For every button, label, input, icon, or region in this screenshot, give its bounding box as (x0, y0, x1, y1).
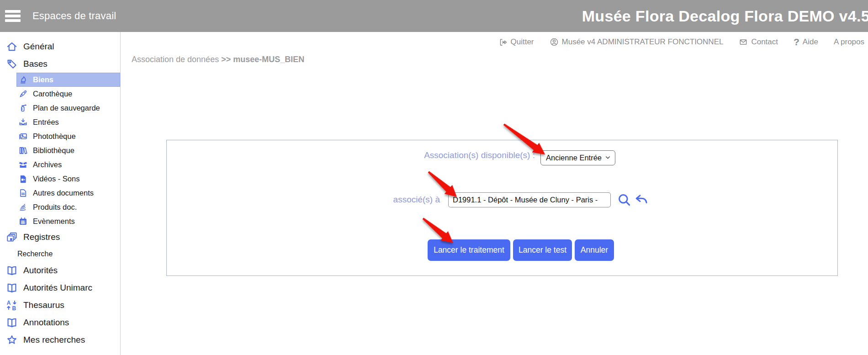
user-icon (550, 37, 559, 47)
help-button[interactable]: ? Aide (794, 37, 818, 48)
statue-icon (18, 75, 28, 85)
core-sample-icon (18, 89, 28, 99)
fire-extinguisher-icon (18, 103, 28, 113)
breadcrumb-separator: >> (221, 55, 231, 64)
sidebar-item-archives[interactable]: Archives (16, 158, 120, 172)
association-select[interactable]: Ancienne Entrée (540, 150, 615, 165)
sidebar-item-recherche[interactable]: Recherche (0, 246, 120, 262)
user-label: Musée v4 ADMINISTRATEUR FONCTIONNEL (562, 37, 724, 47)
sidebar-item-autorites[interactable]: Autorités (0, 262, 120, 279)
tag-icon (6, 58, 18, 70)
photo-icon (18, 132, 28, 141)
svg-text:A: A (7, 300, 11, 306)
launch-test-button[interactable]: Lancer le test (513, 239, 572, 261)
registers-icon (6, 231, 18, 243)
topbar: Espaces de travail Musée Flora Decalog F… (0, 0, 868, 32)
app-title: Musée Flora Decalog Flora DEMO v4.5 (582, 7, 868, 25)
sidebar-item-thesaurus[interactable]: A B Thesaurus (0, 297, 120, 314)
breadcrumb-section: Association de données (132, 55, 219, 64)
launch-treatment-button[interactable]: Lancer le traitement (428, 239, 510, 261)
inbox-download-icon (18, 117, 28, 127)
star-icon (6, 334, 18, 346)
sidebar-item-videos-sons[interactable]: Vidéos - Sons (16, 172, 120, 186)
svg-text:B: B (12, 305, 16, 311)
quit-button[interactable]: Quitter (499, 37, 534, 47)
sidebar-item-carotheque[interactable]: Carothèque (16, 87, 120, 101)
contact-button[interactable]: Contact (739, 37, 778, 47)
contact-label: Contact (751, 37, 778, 47)
sidebar-item-evenements[interactable]: Evènements (16, 214, 120, 228)
sidebar-item-entrees[interactable]: Entrées (16, 115, 120, 129)
user-toolbar: Quitter Musée v4 ADMINISTRATEUR FONCTION… (121, 32, 868, 52)
sidebar-item-autres-documents[interactable]: Autres documents (16, 186, 120, 200)
sidebar-item-bases[interactable]: Bases (0, 55, 120, 73)
search-icon[interactable] (617, 193, 631, 207)
breadcrumb-current: musee-MUS_BIEN (233, 55, 304, 64)
undo-icon[interactable] (634, 193, 648, 207)
calendar-icon (18, 217, 28, 226)
association-label: Association(s) disponible(s) : (167, 150, 535, 160)
sidebar-item-plan-sauvegarde[interactable]: Plan de sauvegarde (16, 101, 120, 115)
sort-alpha-icon: A B (6, 299, 18, 311)
mail-icon (739, 37, 748, 47)
associe-label: associé(s) à (167, 195, 440, 205)
home-icon (6, 41, 18, 53)
question-icon: ? (794, 37, 799, 48)
archive-box-icon (18, 160, 28, 170)
association-select-value: Ancienne Entrée (546, 154, 605, 162)
sidebar-item-annotations[interactable]: Annotations (0, 314, 120, 331)
video-file-icon (18, 174, 28, 184)
sidebar-item-registres[interactable]: Registres (0, 228, 120, 246)
cancel-button[interactable]: Annuler (575, 239, 614, 261)
paper-stack-icon (18, 202, 28, 212)
sidebar-item-autorites-unimarc[interactable]: Autorités Unimarc (0, 279, 120, 297)
sidebar-item-general[interactable]: Général (0, 38, 120, 55)
open-book-icon (6, 282, 18, 294)
workspace-label[interactable]: Espaces de travail (32, 10, 116, 22)
user-info[interactable]: Musée v4 ADMINISTRATEUR FONCTIONNEL (550, 37, 724, 47)
breadcrumb: Association de données >> musee-MUS_BIEN (132, 55, 304, 64)
document-icon (18, 188, 28, 198)
quit-label: Quitter (511, 37, 534, 47)
open-book-icon (6, 317, 18, 329)
open-book-icon (6, 265, 18, 276)
about-label: A propos (834, 37, 864, 47)
sidebar-item-biens[interactable]: Biens (16, 73, 120, 87)
sidebar-item-mes-recherches[interactable]: Mes recherches (0, 331, 120, 349)
associe-input[interactable] (448, 192, 611, 207)
association-panel: Association(s) disponible(s) : Ancienne … (166, 140, 838, 276)
logout-icon (499, 38, 508, 47)
sidebar-item-produits-doc[interactable]: Produits doc. (16, 200, 120, 214)
menu-icon[interactable] (5, 8, 21, 24)
help-label: Aide (803, 37, 818, 47)
chevron-down-icon (605, 154, 611, 162)
about-button[interactable]: A propos (834, 37, 864, 47)
sidebar-item-phototheque[interactable]: Photothèque (16, 129, 120, 143)
sidebar-item-bibliotheque[interactable]: Bibliothèque (16, 143, 120, 158)
books-icon (18, 146, 28, 155)
sidebar: Général Bases Biens Carothèque (0, 32, 121, 355)
